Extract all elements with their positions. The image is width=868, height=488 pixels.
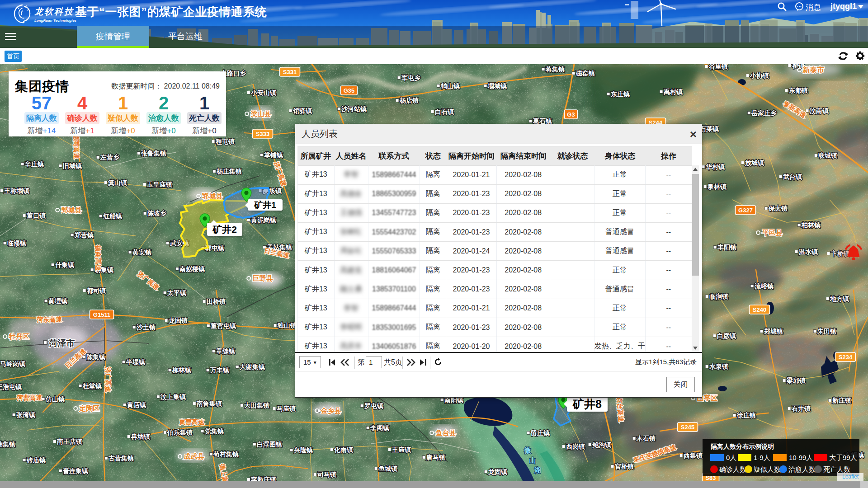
svg-text:LongRuan Technologies: LongRuan Technologies: [34, 19, 77, 23]
svg-text:砖庙镇: 砖庙镇: [26, 456, 46, 464]
svg-text:田桥镇: 田桥镇: [207, 298, 226, 305]
svg-text:新庄镇: 新庄镇: [832, 397, 851, 404]
svg-text:留庄镇: 留庄镇: [531, 429, 550, 436]
svg-text:龙软科技: 龙软科技: [34, 7, 74, 16]
svg-text:沙土镇: 沙土镇: [137, 324, 156, 331]
svg-text:黄泥岗镇: 黄泥岗镇: [250, 216, 276, 224]
svg-text:谷里镇: 谷里镇: [708, 64, 728, 70]
svg-text:党集镇: 党集镇: [204, 427, 224, 435]
svg-text:临濮镇: 临濮镇: [7, 239, 26, 247]
svg-text:牡丹区: 牡丹区: [9, 333, 29, 340]
svg-text:石莱镇: 石莱镇: [699, 125, 719, 132]
svg-text:鲍沟镇: 鲍沟镇: [592, 441, 611, 448]
svg-text:泉林镇: 泉林镇: [707, 183, 726, 190]
svg-text:军屯乡: 军屯乡: [401, 74, 420, 81]
svg-text:杨店镇: 杨店镇: [399, 97, 419, 104]
svg-text:辛庄镇: 辛庄镇: [24, 160, 44, 168]
svg-text:掌铺镇: 掌铺镇: [264, 151, 283, 159]
svg-text:箕山镇: 箕山镇: [108, 179, 127, 186]
svg-text:菏泽市: 菏泽市: [49, 338, 75, 348]
svg-text:德商高速: 德商高速: [73, 133, 80, 160]
svg-text:陈集镇: 陈集镇: [86, 353, 105, 361]
svg-text:白石镇: 白石镇: [435, 108, 454, 115]
svg-text:水泉镇: 水泉镇: [709, 363, 728, 370]
svg-text:S234: S234: [839, 354, 853, 361]
svg-text:流峪镇: 流峪镇: [755, 282, 774, 290]
svg-text:柳林镇: 柳林镇: [172, 366, 191, 374]
svg-text:梁山县: 梁山县: [251, 110, 271, 117]
svg-text:禹村镇: 禹村镇: [664, 88, 683, 95]
svg-text:G1511: G1511: [93, 311, 110, 318]
svg-text:罗屯镇: 罗屯镇: [364, 402, 383, 409]
svg-text:冉堌镇: 冉堌镇: [131, 433, 150, 440]
svg-text:沙河站镇: 沙河站镇: [341, 105, 367, 113]
svg-text:仿山镇: 仿山镇: [45, 395, 65, 403]
svg-text:黄堽镇: 黄堽镇: [48, 297, 67, 305]
svg-text:韩集镇: 韩集镇: [0, 441, 15, 448]
svg-text:S331: S331: [283, 69, 297, 75]
svg-text:李阁镇: 李阁镇: [370, 424, 389, 432]
svg-text:石井镇: 石井镇: [791, 405, 811, 412]
svg-text:鱼台县: 鱼台县: [435, 429, 456, 436]
svg-text:杜堂镇: 杜堂镇: [82, 382, 102, 389]
svg-text:董口镇: 董口镇: [26, 212, 46, 219]
svg-text:定陶区: 定陶区: [79, 404, 100, 412]
svg-text:司马镇: 司马镇: [317, 471, 336, 478]
svg-text:南赵楼镇: 南赵楼镇: [179, 265, 205, 272]
svg-text:王浩屯镇: 王浩屯镇: [0, 383, 22, 390]
svg-text:G327: G327: [738, 207, 753, 214]
svg-text:东庄镇: 东庄镇: [610, 90, 630, 98]
svg-text:丰阳镇: 丰阳镇: [717, 244, 736, 251]
svg-text:柏林镇: 柏林镇: [801, 221, 821, 229]
svg-text:普连集镇: 普连集镇: [63, 467, 88, 474]
svg-text:李新庄镇: 李新庄镇: [250, 476, 276, 481]
svg-text:王庙镇: 王庙镇: [392, 446, 411, 453]
svg-text:堌城镇: 堌城镇: [487, 82, 507, 89]
svg-text:馆驿镇: 馆驿镇: [292, 107, 312, 114]
svg-text:菏曹高速: 菏曹高速: [17, 394, 42, 401]
svg-text:武台镇: 武台镇: [783, 173, 802, 180]
svg-text:董官屯镇: 董官屯镇: [210, 322, 236, 329]
svg-text:小协镇: 小协镇: [750, 72, 769, 79]
svg-text:岳家庄乡: 岳家庄乡: [751, 109, 777, 117]
svg-text:黄店镇: 黄店镇: [127, 401, 146, 408]
svg-text:磁窑镇: 磁窑镇: [576, 70, 595, 77]
svg-text:唐马镇: 唐马镇: [426, 454, 445, 461]
svg-text:联城镇: 联城镇: [818, 152, 837, 159]
svg-text:程屯镇: 程屯镇: [215, 138, 235, 145]
svg-text:郑城镇: 郑城镇: [764, 328, 783, 335]
svg-text:郓城县: 郓城县: [202, 192, 223, 200]
svg-text:王称堌镇: 王称堌镇: [4, 187, 29, 194]
svg-text:杨庄集镇: 杨庄集镇: [216, 168, 242, 175]
svg-text:朱田镇: 朱田镇: [817, 328, 836, 335]
svg-text:白浮图镇: 白浮图镇: [257, 441, 282, 448]
svg-text:什集镇: 什集镇: [55, 261, 74, 268]
svg-text:放城镇: 放城镇: [745, 159, 764, 167]
svg-text:鹤山镇: 鹤山镇: [440, 82, 460, 89]
svg-text:菏东高速: 菏东高速: [37, 316, 62, 323]
svg-text:张湾镇: 张湾镇: [16, 411, 35, 418]
svg-text:新泰市: 新泰市: [802, 66, 824, 74]
svg-text:玉皇庙镇: 玉皇庙镇: [146, 181, 172, 188]
svg-text:成武县: 成武县: [184, 452, 204, 460]
svg-text:济广高速: 济广高速: [104, 366, 112, 393]
svg-text:龙固镇: 龙固镇: [488, 468, 507, 475]
svg-text:红船镇: 红船镇: [103, 212, 122, 220]
svg-text:章缝镇: 章缝镇: [216, 347, 235, 355]
svg-text:古营集镇: 古营集镇: [108, 455, 134, 462]
svg-text:临涧镇: 临涧镇: [709, 293, 728, 300]
svg-text:黄安镇: 黄安镇: [132, 249, 151, 256]
svg-text:东都镇: 东都镇: [788, 87, 808, 94]
svg-text:G35: G35: [344, 87, 355, 94]
svg-text:都司镇: 都司镇: [86, 287, 106, 294]
svg-text:湖: 湖: [534, 466, 541, 474]
svg-text:旧城镇: 旧城镇: [63, 162, 82, 169]
svg-text:西岗镇: 西岗镇: [566, 443, 585, 450]
svg-text:白彦镇: 白彦镇: [717, 332, 736, 339]
svg-text:陈坡乡: 陈坡乡: [147, 210, 166, 217]
svg-text:兴隆镇: 兴隆镇: [293, 446, 313, 454]
svg-text:龙固镇: 龙固镇: [168, 317, 188, 324]
svg-text:鄄城县: 鄄城县: [61, 206, 82, 214]
svg-text:岚曹高速: 岚曹高速: [179, 418, 205, 426]
svg-text:保太镇: 保太镇: [768, 205, 788, 212]
